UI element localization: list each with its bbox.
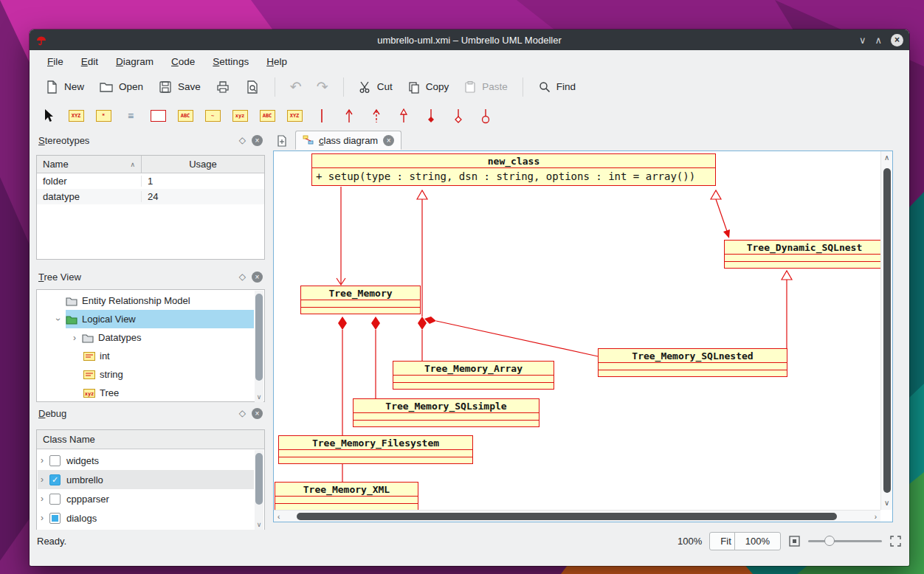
expand-icon[interactable]: › — [70, 333, 79, 343]
tree-item-string[interactable]: string — [38, 365, 254, 384]
canvas-horizontal-scrollbar[interactable]: ‹ › — [274, 510, 880, 522]
tree-item-logical-view[interactable]: › Logical View — [38, 310, 254, 328]
new-tab-button[interactable] — [273, 132, 291, 150]
directed-association-tool[interactable] — [340, 107, 358, 125]
scrollbar-thumb[interactable] — [883, 168, 891, 493]
debug-item-dialogs[interactable]: › dialogs — [38, 508, 254, 528]
close-tab-icon[interactable]: × — [383, 135, 394, 146]
debug-item-umbrello[interactable]: › ✓ umbrello — [38, 470, 254, 489]
new-button[interactable]: New — [38, 76, 90, 98]
signal-tool[interactable]: ~ — [204, 107, 221, 125]
enum-tool[interactable]: ABC — [258, 107, 276, 125]
aggregation-tool[interactable] — [422, 107, 440, 125]
containment-tool[interactable] — [477, 107, 494, 125]
association-tool[interactable] — [313, 107, 331, 125]
cut-button[interactable]: Cut — [353, 77, 399, 97]
uml-class-tree-memory-xml[interactable]: Tree_Memory_XML — [275, 482, 418, 510]
close-panel-icon[interactable]: × — [252, 135, 263, 146]
fullscreen-icon[interactable] — [889, 535, 902, 547]
menu-file[interactable]: File — [40, 52, 71, 71]
diagram-viewport[interactable]: new_class + setup(type : string, dsn : s… — [274, 151, 880, 510]
dependency-tool[interactable] — [368, 107, 385, 125]
datatype-tool[interactable]: xyz — [231, 107, 249, 125]
uml-class-tree-memory-filesystem[interactable]: Tree_Memory_Filesystem — [278, 435, 473, 464]
checkbox-partial[interactable] — [49, 513, 61, 524]
menu-code[interactable]: Code — [164, 52, 202, 71]
uml-class-tree-memory-array[interactable]: Tree_Memory_Array — [393, 361, 554, 390]
shade-icon[interactable]: ∨ — [859, 35, 866, 45]
expand-icon[interactable]: › — [38, 513, 46, 523]
uml-class-new-class[interactable]: new_class + setup(type : string, dsn : s… — [311, 153, 716, 186]
expand-icon[interactable]: › — [38, 455, 46, 466]
tree-item-int[interactable]: int — [38, 347, 254, 365]
redo-button[interactable]: ↷ — [311, 76, 334, 97]
paste-button[interactable]: Paste — [458, 77, 514, 97]
tree-item-tree[interactable]: xyz Tree — [38, 384, 254, 402]
find-button[interactable]: Find — [532, 77, 582, 97]
scroll-down-icon[interactable]: ∨ — [255, 393, 263, 401]
scroll-right-icon[interactable]: › — [875, 514, 877, 521]
close-icon[interactable]: × — [891, 34, 903, 46]
zoom-level-button[interactable]: 100% — [734, 532, 781, 550]
scrollbar-thumb[interactable] — [255, 294, 263, 381]
scrollbar-thumb[interactable] — [255, 453, 263, 505]
note-tool[interactable]: ABC — [176, 107, 194, 125]
print-button[interactable] — [210, 76, 236, 98]
float-panel-icon[interactable]: ◇ — [239, 272, 246, 282]
copy-button[interactable]: Copy — [401, 77, 455, 97]
close-panel-icon[interactable]: × — [252, 408, 263, 419]
table-row[interactable]: datatype 24 — [37, 189, 264, 204]
float-panel-icon[interactable]: ◇ — [239, 135, 246, 145]
zoom-fit-icon[interactable] — [788, 535, 801, 547]
column-header-usage[interactable]: Usage — [142, 156, 264, 173]
checkbox-checked[interactable]: ✓ — [49, 474, 61, 485]
uml-class-tree-memory-sqlnested[interactable]: Tree_Memory_SQLnested — [598, 348, 787, 377]
slider-track[interactable] — [808, 540, 882, 542]
box-tool[interactable] — [149, 107, 167, 125]
open-button[interactable]: Open — [93, 76, 149, 98]
scroll-left-icon[interactable]: ‹ — [277, 514, 280, 521]
diagram-canvas[interactable]: new_class + setup(type : string, dsn : s… — [273, 151, 893, 522]
print-preview-button[interactable] — [239, 76, 266, 98]
slider-knob[interactable] — [824, 536, 835, 546]
scroll-up-icon[interactable]: ∧ — [884, 154, 889, 162]
expand-icon[interactable]: › — [38, 474, 46, 485]
maximize-icon[interactable]: ∧ — [875, 35, 882, 45]
package-tool[interactable]: XYZ — [286, 107, 303, 125]
text-lines-tool[interactable]: ≡ — [122, 107, 139, 125]
collapse-icon[interactable]: › — [53, 315, 63, 324]
scroll-down-icon[interactable]: ∨ — [884, 499, 889, 507]
float-panel-icon[interactable]: ◇ — [239, 408, 246, 418]
zoom-slider[interactable] — [808, 535, 882, 547]
tree-item-datatypes[interactable]: › Datatypes — [38, 328, 254, 347]
table-row[interactable]: folder 1 — [37, 173, 264, 189]
uml-class-tree-memory[interactable]: Tree_Memory — [300, 286, 421, 314]
checkbox-unchecked[interactable] — [49, 455, 61, 466]
tree-view-scrollbar[interactable]: ∨ — [255, 291, 263, 402]
uml-class-tree-memory-sqlsimple[interactable]: Tree_Memory_SQLsimple — [353, 398, 539, 427]
scroll-down-icon[interactable]: ∨ — [255, 521, 263, 528]
menu-edit[interactable]: Edit — [74, 52, 106, 71]
checkbox-unchecked[interactable] — [49, 494, 61, 505]
canvas-vertical-scrollbar[interactable]: ∧ ∨ — [880, 151, 892, 510]
save-button[interactable]: Save — [152, 76, 207, 98]
close-panel-icon[interactable]: × — [252, 272, 263, 283]
menu-settings[interactable]: Settings — [205, 52, 256, 71]
tab-class-diagram[interactable]: class diagram × — [295, 131, 401, 150]
undo-button[interactable]: ↶ — [284, 76, 308, 97]
titlebar[interactable]: umbrello-uml.xmi – Umbrello UML Modeller… — [30, 30, 909, 50]
debug-scrollbar[interactable]: ∨ — [255, 450, 263, 530]
pointer-tool[interactable] — [40, 107, 58, 125]
tree-item-entity-relationship-model[interactable]: Entity Relationship Model — [38, 291, 254, 310]
menu-diagram[interactable]: Diagram — [108, 52, 161, 71]
expand-icon[interactable]: › — [38, 494, 46, 504]
scrollbar-thumb[interactable] — [297, 513, 837, 520]
composition-tool[interactable] — [449, 107, 467, 125]
debug-item-widgets[interactable]: › widgets — [38, 451, 254, 470]
generalization-tool[interactable] — [395, 107, 413, 125]
uml-class-tree-dynamic-sqlnest[interactable]: Tree_Dynamic_SQLnest — [724, 240, 880, 269]
debug-item-cppparser[interactable]: › cppparser — [38, 489, 254, 508]
interface-tool[interactable]: * — [94, 107, 112, 125]
column-header-name[interactable]: Name ∧ — [37, 156, 142, 173]
menu-help[interactable]: Help — [259, 52, 294, 71]
